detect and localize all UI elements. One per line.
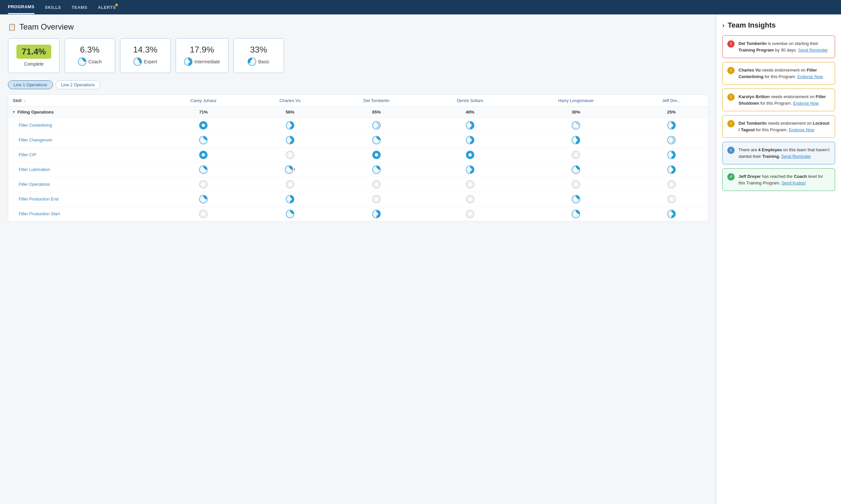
- pie-cell: [157, 177, 250, 192]
- insight-card: !Karolyn Britton needs endorsement on Fi…: [722, 89, 835, 111]
- stat-value-intermediate: 17.9%: [190, 44, 214, 55]
- svg-point-32: [670, 139, 673, 142]
- table-row: Filler Production End: [8, 192, 708, 206]
- insight-link[interactable]: Endorse Now: [793, 101, 819, 106]
- skill-name-cell: Filler Operations: [8, 177, 157, 192]
- col-carey: Carey Juhasz: [157, 95, 250, 107]
- pie-cell: [423, 118, 517, 132]
- stat-value-coach: 6.3%: [80, 44, 100, 55]
- pie-wrap: [161, 150, 245, 159]
- pie-cell: [157, 132, 250, 147]
- alert-dot: [115, 4, 118, 6]
- svg-point-7: [250, 60, 254, 63]
- pie-cell: [423, 162, 517, 177]
- col-harry: Harry Longsmauer: [517, 95, 635, 107]
- pie-wrap: [255, 195, 325, 203]
- pie-wrap: [161, 121, 245, 130]
- insight-link[interactable]: Endorse Now: [789, 127, 814, 132]
- insight-text-span: by 30 days.: [774, 48, 798, 53]
- pie-wrap: [428, 210, 513, 218]
- insight-link[interactable]: Send Reminder: [798, 48, 827, 53]
- pie-wrap: [522, 210, 631, 218]
- insight-bold: Del Tomberlin: [738, 121, 767, 126]
- skills-table: Skill ↑ Carey Juhasz Charles Vu Del Tomb…: [8, 95, 708, 221]
- pie-cell: [330, 118, 423, 132]
- insight-text-span: There are: [738, 147, 758, 152]
- col-jeff: Jeff Dre...: [635, 95, 708, 107]
- pie-cell: [250, 206, 330, 221]
- nav-bar: PROGRAMS SKILLS TEAMS ALERTS: [0, 0, 841, 15]
- svg-point-93: [574, 212, 578, 216]
- insight-bold: Charles Vu: [738, 68, 760, 73]
- group-row[interactable]: ▾ Filling Operations71%56%65%40%30%25%: [8, 107, 708, 118]
- svg-point-12: [289, 124, 292, 127]
- insight-bold: Jeff Dreyer: [738, 174, 761, 179]
- insight-card: iThere are 4 Employes on this team that …: [722, 142, 835, 164]
- pie-cell: [250, 177, 330, 192]
- main-content: 📋 Team Overview 71.4% Complete 6.3%: [0, 15, 716, 504]
- nav-alerts[interactable]: ALERTS: [98, 1, 116, 14]
- pie-wrap: [334, 121, 418, 130]
- svg-point-55: [468, 168, 472, 171]
- skill-name-cell: Filler Centerlining: [8, 118, 157, 132]
- tab-line2[interactable]: Line 2 Operations: [55, 80, 101, 89]
- nav-skills[interactable]: SKILLS: [45, 1, 61, 14]
- tab-line1[interactable]: Line 1 Operations: [8, 80, 53, 89]
- pie-cell: [635, 192, 708, 206]
- skill-col-header[interactable]: Skill ↑: [8, 95, 157, 107]
- stat-label-complete: Complete: [24, 61, 44, 67]
- pie-wrap: [640, 136, 703, 144]
- pie-wrap: [522, 180, 631, 189]
- pie-wrap: [334, 136, 418, 144]
- pie-wrap: [334, 180, 418, 189]
- insight-text-span: needs endorsement on: [760, 68, 807, 73]
- skill-link[interactable]: Filler Centerlining: [19, 123, 52, 128]
- pie-cell: [423, 206, 517, 221]
- nav-programs[interactable]: PROGRAMS: [8, 0, 34, 14]
- skill-link[interactable]: Filler Production Start: [19, 211, 60, 216]
- stat-card-complete: 71.4% Complete: [8, 38, 60, 73]
- pie-wrap: [334, 165, 418, 174]
- insight-link[interactable]: Send Kudos!: [782, 180, 806, 185]
- insight-icon: !: [727, 93, 735, 101]
- svg-point-69: [574, 183, 578, 186]
- pie-wrap: [428, 195, 513, 203]
- pie-wrap: [522, 150, 631, 159]
- skill-link[interactable]: Filler CIP: [19, 152, 36, 157]
- collapse-icon[interactable]: ▾: [13, 110, 15, 114]
- table-row: Filler Changeover: [8, 132, 708, 147]
- skill-link[interactable]: Filler Changeover: [19, 138, 53, 142]
- coach-pie-icon: [78, 57, 86, 66]
- svg-point-89: [375, 212, 378, 216]
- pie-wrap: [255, 150, 325, 159]
- pie-cell: [635, 206, 708, 221]
- skill-link[interactable]: Filler Operations: [19, 182, 50, 187]
- skill-link[interactable]: Filler Lubrication: [19, 167, 50, 172]
- table-row: Filler Production Start: [8, 206, 708, 221]
- pie-wrap: [334, 195, 418, 203]
- svg-point-57: [574, 168, 578, 171]
- pie-cell: [330, 177, 423, 192]
- pie-cell: [423, 192, 517, 206]
- skill-link[interactable]: Filler Production End: [19, 197, 58, 201]
- insight-icon: !: [727, 120, 735, 127]
- stat-card-coach: 6.3% Coach: [64, 38, 115, 73]
- pie-cell: [250, 192, 330, 206]
- nav-teams[interactable]: TEAMS: [72, 1, 87, 14]
- sidebar-title-row: › Team Insights: [722, 21, 835, 30]
- pie-cell: [635, 177, 708, 192]
- stat-cards: 71.4% Complete 6.3% Coach: [8, 38, 708, 73]
- stat-card-basic: 33% Basic: [233, 38, 284, 73]
- insight-link[interactable]: Endorse Now: [797, 74, 823, 79]
- insight-link[interactable]: Send Reminder: [781, 154, 811, 159]
- table-row: Filler CIP: [8, 147, 708, 162]
- group-pct: 65%: [330, 107, 423, 118]
- pie-cell: [330, 206, 423, 221]
- expert-pie-icon: [133, 57, 142, 66]
- insight-text-span: needs endorsement on: [770, 94, 816, 99]
- pie-wrap: [640, 195, 703, 203]
- group-pct: 71%: [157, 107, 250, 118]
- svg-point-83: [670, 198, 673, 201]
- sort-arrow-icon: ↑: [24, 99, 25, 103]
- svg-point-28: [468, 139, 472, 142]
